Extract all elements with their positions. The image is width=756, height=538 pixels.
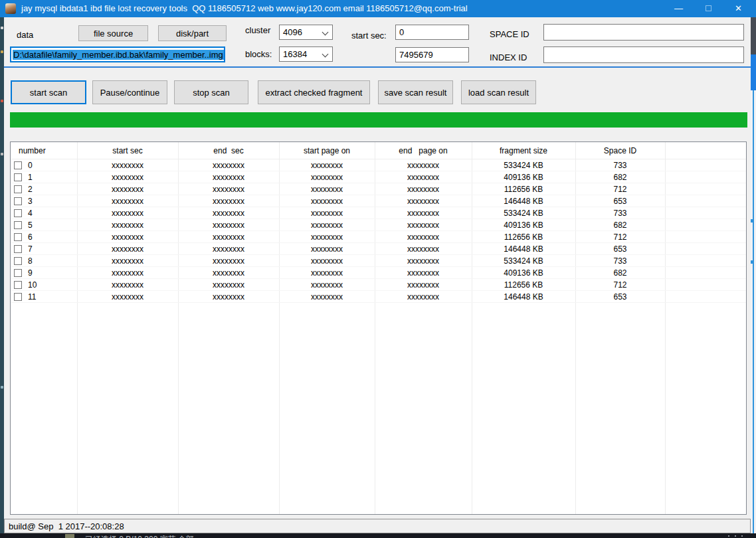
row-checkbox[interactable] bbox=[14, 245, 22, 253]
start-sec-cell: xxxxxxxx bbox=[77, 244, 178, 254]
cluster-select[interactable]: 4096 bbox=[279, 25, 333, 40]
taskbar-icon bbox=[65, 534, 74, 538]
column-header[interactable]: start page on bbox=[279, 146, 375, 155]
start-sec-cell: xxxxxxxx bbox=[77, 221, 178, 230]
right-edge-strip-blue bbox=[751, 54, 756, 90]
edge-speck bbox=[1, 100, 3, 102]
table-row[interactable]: 8xxxxxxxxxxxxxxxxxxxxxxxxxxxxxxxx533424 … bbox=[11, 255, 746, 267]
index-id-label: INDEX ID bbox=[490, 52, 527, 62]
row-number: 0 bbox=[28, 161, 33, 170]
column-header[interactable]: fragment size bbox=[472, 146, 575, 155]
row-number: 8 bbox=[28, 256, 33, 266]
fragment-size-cell: 146448 KB bbox=[472, 197, 575, 206]
space-id-cell: 712 bbox=[575, 185, 665, 194]
fragment-size-cell: 112656 KB bbox=[472, 232, 575, 242]
table-row[interactable]: 6xxxxxxxxxxxxxxxxxxxxxxxxxxxxxxxx112656 … bbox=[11, 231, 746, 243]
end-page-cell: xxxxxxxx bbox=[375, 221, 472, 230]
start-page-cell: xxxxxxxx bbox=[279, 256, 375, 266]
status-bar: build@ Sep 1 2017--20:08:28 bbox=[4, 519, 751, 533]
column-header[interactable]: Space ID bbox=[575, 146, 665, 155]
data-label: data bbox=[17, 30, 33, 40]
taskbar-sliver: 已经选择 0 B/10,300 字节 全部 bbox=[0, 533, 756, 538]
table-row[interactable]: 3xxxxxxxxxxxxxxxxxxxxxxxxxxxxxxxx146448 … bbox=[11, 195, 746, 207]
fragment-size-cell: 146448 KB bbox=[472, 244, 575, 254]
start-sec-cell: xxxxxxxx bbox=[77, 185, 178, 194]
start-sec-cell: xxxxxxxx bbox=[77, 161, 178, 170]
start-page-cell: xxxxxxxx bbox=[279, 280, 375, 290]
blocks-select[interactable]: 16384 bbox=[279, 46, 333, 62]
data-path-input[interactable]: D:\datafile\family_member.ibd.bak\family… bbox=[10, 46, 225, 62]
extract-checked-fragment-button[interactable]: extract checked fragment bbox=[258, 80, 370, 104]
space-id-cell: 653 bbox=[575, 292, 665, 302]
window-title: jay mysql ibdata1 ibd file lost recovery… bbox=[21, 3, 468, 13]
load-scan-result-button[interactable]: load scan result bbox=[461, 80, 536, 104]
edge-speck bbox=[1, 27, 3, 29]
start-sec-cell: xxxxxxxx bbox=[77, 209, 178, 218]
end-sec-cell: xxxxxxxx bbox=[178, 256, 279, 266]
row-checkbox[interactable] bbox=[14, 233, 22, 241]
right-edge-strip-dark bbox=[751, 17, 756, 54]
table-row[interactable]: 9xxxxxxxxxxxxxxxxxxxxxxxxxxxxxxxx409136 … bbox=[11, 267, 746, 279]
column-header[interactable]: number bbox=[11, 146, 77, 155]
start-page-cell: xxxxxxxx bbox=[279, 221, 375, 230]
index-id-input[interactable] bbox=[543, 46, 744, 63]
stop-scan-button[interactable]: stop scan bbox=[174, 80, 248, 104]
row-checkbox[interactable] bbox=[14, 281, 22, 289]
fragment-size-cell: 146448 KB bbox=[472, 292, 575, 302]
start-scan-button[interactable]: start scan bbox=[11, 80, 86, 104]
end-sec-cell: xxxxxxxx bbox=[178, 244, 279, 254]
table-row[interactable]: 4xxxxxxxxxxxxxxxxxxxxxxxxxxxxxxxx533424 … bbox=[11, 207, 746, 219]
table-row[interactable]: 11xxxxxxxxxxxxxxxxxxxxxxxxxxxxxxxx146448… bbox=[11, 291, 746, 303]
row-checkbox[interactable] bbox=[14, 185, 22, 193]
chevron-down-icon bbox=[322, 29, 329, 36]
row-checkbox[interactable] bbox=[14, 197, 22, 205]
edge-speck bbox=[1, 153, 3, 155]
blocks-label: blocks: bbox=[245, 49, 272, 59]
table-row[interactable]: 10xxxxxxxxxxxxxxxxxxxxxxxxxxxxxxxx112656… bbox=[11, 279, 746, 291]
right-edge-blue-line bbox=[753, 90, 754, 533]
table-row[interactable]: 2xxxxxxxxxxxxxxxxxxxxxxxxxxxxxxxx112656 … bbox=[11, 183, 746, 195]
save-scan-result-button[interactable]: save scan result bbox=[378, 80, 453, 104]
row-checkbox[interactable] bbox=[14, 269, 22, 277]
scan-separator bbox=[4, 66, 751, 68]
maximize-button[interactable] bbox=[694, 0, 723, 17]
start-sec-input[interactable]: 0 bbox=[395, 25, 469, 40]
space-id-cell: 733 bbox=[575, 161, 665, 170]
end-sec-cell: xxxxxxxx bbox=[178, 161, 279, 170]
table-row[interactable]: 5xxxxxxxxxxxxxxxxxxxxxxxxxxxxxxxx409136 … bbox=[11, 219, 746, 231]
table-row[interactable]: 0xxxxxxxxxxxxxxxxxxxxxxxxxxxxxxxx533424 … bbox=[11, 159, 746, 171]
table-row[interactable]: 7xxxxxxxxxxxxxxxxxxxxxxxxxxxxxxxx146448 … bbox=[11, 243, 746, 255]
edge-speck bbox=[1, 386, 3, 389]
row-checkbox[interactable] bbox=[14, 173, 22, 181]
column-header[interactable]: start sec bbox=[77, 146, 178, 155]
table-row[interactable]: 1xxxxxxxxxxxxxxxxxxxxxxxxxxxxxxxx409136 … bbox=[11, 171, 746, 183]
end-page-cell: xxxxxxxx bbox=[375, 244, 472, 254]
space-id-input[interactable] bbox=[543, 24, 744, 41]
fragment-size-cell: 533424 KB bbox=[472, 161, 575, 170]
pause-continue-button[interactable]: Pause/continue bbox=[92, 80, 167, 104]
row-number: 3 bbox=[28, 197, 33, 206]
start-sec-cell: xxxxxxxx bbox=[77, 292, 178, 302]
blocks-value: 16384 bbox=[283, 49, 307, 59]
row-checkbox[interactable] bbox=[14, 257, 22, 265]
row-number: 11 bbox=[28, 292, 36, 302]
row-checkbox[interactable] bbox=[14, 221, 22, 229]
column-header[interactable]: end page on bbox=[375, 146, 472, 155]
minimize-button[interactable]: — bbox=[664, 0, 694, 17]
close-button[interactable]: ✕ bbox=[723, 0, 753, 17]
disk-part-button[interactable]: disk/part bbox=[158, 25, 227, 41]
minimize-icon: — bbox=[674, 3, 683, 13]
column-header[interactable]: end sec bbox=[178, 146, 279, 155]
space-id-cell: 733 bbox=[575, 209, 665, 218]
row-number: 4 bbox=[28, 209, 33, 218]
file-source-button[interactable]: file source bbox=[78, 25, 148, 41]
end-page-cell: xxxxxxxx bbox=[375, 185, 472, 194]
row-checkbox[interactable] bbox=[14, 161, 22, 169]
table-header: numberstart secend secstart page onend p… bbox=[11, 142, 746, 159]
row-number: 5 bbox=[28, 221, 33, 230]
row-checkbox[interactable] bbox=[14, 209, 22, 217]
row-checkbox[interactable] bbox=[14, 293, 22, 301]
end-page-cell: xxxxxxxx bbox=[375, 209, 472, 218]
tray-dot bbox=[735, 535, 736, 537]
sector-count-input[interactable]: 7495679 bbox=[395, 47, 469, 62]
